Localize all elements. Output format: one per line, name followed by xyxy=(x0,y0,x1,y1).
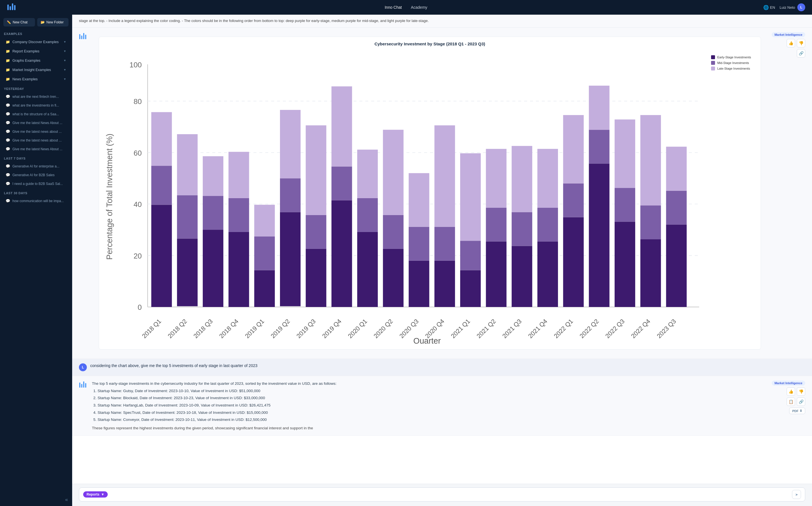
svg-rect-70 xyxy=(563,183,584,217)
chat-icon: 💬 xyxy=(6,181,10,186)
pdf-download-button[interactable]: PDF ⬇ xyxy=(789,408,805,414)
svg-text:60: 60 xyxy=(134,149,142,157)
svg-rect-29 xyxy=(203,156,223,196)
svg-rect-109 xyxy=(85,383,86,388)
svg-rect-61 xyxy=(486,208,506,242)
new-folder-button[interactable]: 📂 New Folder xyxy=(37,18,69,26)
sidebar-item-market-insight[interactable]: 📁 Market Insight Examples ▼ xyxy=(2,65,70,74)
chat-item-b2b-saas[interactable]: 💬 I need a guide to B2B SaaS Sal... xyxy=(2,180,70,188)
chart-title: Cybersecurity Investment by Stage (2018 … xyxy=(103,41,756,46)
chat-item-gen-enterprise[interactable]: 💬 Generative AI for enterprise a... xyxy=(2,162,70,170)
svg-rect-75 xyxy=(615,222,635,307)
svg-text:2020 Q2: 2020 Q2 xyxy=(372,318,394,340)
chat-item-investments-fi[interactable]: 💬 what are the investments in fi... xyxy=(2,101,70,109)
svg-rect-31 xyxy=(228,198,249,232)
svg-rect-108 xyxy=(83,382,84,388)
nav-academy[interactable]: Academy xyxy=(411,5,427,10)
nav-inno-chat[interactable]: Inno Chat xyxy=(385,5,402,10)
legend-early: Early-Stage Investments xyxy=(711,55,756,59)
user-message-block: L considering the chart above, give me t… xyxy=(72,359,812,376)
svg-text:2021 Q2: 2021 Q2 xyxy=(475,318,497,340)
svg-rect-27 xyxy=(203,230,223,307)
folder-icon: 📁 xyxy=(6,49,10,53)
svg-text:100: 100 xyxy=(130,60,142,69)
svg-rect-66 xyxy=(538,242,558,307)
svg-rect-55 xyxy=(434,227,455,260)
svg-rect-79 xyxy=(640,205,661,239)
chat-item-saas-structure[interactable]: 💬 what is the structure of a Saa... xyxy=(2,110,70,118)
svg-text:2019 Q4: 2019 Q4 xyxy=(321,318,343,340)
svg-text:2022 Q1: 2022 Q1 xyxy=(553,318,575,340)
main-content: stage at the top. - Include a legend exp… xyxy=(72,15,812,506)
chat-item-news-2[interactable]: 💬 Give me the latest news about ... xyxy=(2,128,70,136)
sidebar-item-report[interactable]: 📁 Report Examples ▼ xyxy=(2,47,70,56)
thumbs-up-button-2[interactable]: 👍 xyxy=(787,387,795,396)
svg-rect-47 xyxy=(357,150,378,198)
sidebar-item-company-discover[interactable]: 📁 Company Discover Examples ▼ xyxy=(2,37,70,46)
svg-rect-38 xyxy=(280,110,301,178)
chat-icon: 💬 xyxy=(6,164,10,168)
sidebar-item-news[interactable]: 📁 News Examples ▼ xyxy=(2,75,70,83)
legend-late: Late-Stage Investments xyxy=(711,67,756,71)
chart-actions: Market Intelligence 👍 👎 🔗 xyxy=(772,32,805,58)
chat-input[interactable] xyxy=(110,493,789,497)
svg-rect-46 xyxy=(357,198,378,232)
chat-icon: 💬 xyxy=(6,173,10,177)
svg-rect-58 xyxy=(460,241,481,270)
new-chat-button[interactable]: ✏️ New Chat xyxy=(3,18,35,26)
send-button[interactable]: ➤ xyxy=(792,490,801,499)
svg-rect-33 xyxy=(254,270,275,307)
svg-rect-57 xyxy=(460,270,481,307)
svg-rect-76 xyxy=(615,188,635,222)
svg-rect-44 xyxy=(332,86,352,166)
svg-rect-1 xyxy=(10,6,11,10)
legend-mid-color xyxy=(711,61,715,65)
collapse-sidebar-button[interactable]: « xyxy=(0,493,72,506)
sidebar: ✏️ New Chat 📂 New Folder Examples 📁 Comp… xyxy=(0,15,72,506)
share-button[interactable]: 🔗 xyxy=(797,49,805,58)
svg-rect-37 xyxy=(280,178,301,212)
share-button-2[interactable]: 🔗 xyxy=(797,398,805,406)
svg-text:2018 Q1: 2018 Q1 xyxy=(141,318,163,340)
sidebar-item-graphs[interactable]: 📁 Graphs Examples ▼ xyxy=(2,56,70,65)
svg-rect-5 xyxy=(81,35,82,39)
chat-item-news-4[interactable]: 💬 Give me the latest News About ... xyxy=(2,145,70,153)
reports-tag[interactable]: Reports ▼ xyxy=(83,491,108,498)
topbar: Inno Chat Academy 🌐 EN Luiz Neto L xyxy=(0,0,812,15)
thumbs-down-button[interactable]: 👎 xyxy=(797,39,805,48)
svg-rect-83 xyxy=(666,147,686,191)
thumbs-up-button[interactable]: 👍 xyxy=(787,39,795,48)
user-menu[interactable]: Luiz Neto L xyxy=(780,3,805,11)
chat-item-fintech[interactable]: 💬 what are the next fintech tren... xyxy=(2,92,70,101)
chat-item-communication[interactable]: 💬 how communication will be impa... xyxy=(2,197,70,205)
folder-icon: 📁 xyxy=(6,58,10,63)
list-item: Startup Name: HarfangLab, Date of Invest… xyxy=(97,402,768,409)
svg-rect-74 xyxy=(589,86,610,130)
svg-rect-81 xyxy=(666,225,686,307)
folder-icon: 📁 xyxy=(6,40,10,44)
svg-rect-6 xyxy=(83,33,84,39)
list-item: Startup Name: Blockaid, Date of Investme… xyxy=(97,395,768,401)
svg-rect-78 xyxy=(640,239,661,307)
chart-legend: Early-Stage Investments Mid-Stage Invest… xyxy=(711,50,756,345)
user-avatar: L xyxy=(79,363,87,371)
language-selector[interactable]: 🌐 EN xyxy=(763,5,775,10)
list-item: Startup Name: Conveyor, Date of Investme… xyxy=(97,417,768,423)
ai-response-actions: Market Intelligence 👍 👎 📋 🔗 PDF xyxy=(772,381,805,414)
chat-item-news-1[interactable]: 💬 Give me the latest News About ... xyxy=(2,119,70,127)
svg-text:2022 Q2: 2022 Q2 xyxy=(578,318,600,340)
svg-text:2021 Q1: 2021 Q1 xyxy=(450,318,471,340)
chat-item-news-3[interactable]: 💬 Give me the latest news about ... xyxy=(2,136,70,144)
copy-button[interactable]: 📋 xyxy=(787,398,795,406)
chat-icon: 💬 xyxy=(6,199,10,203)
sidebar-action-btns: ✏️ New Chat 📂 New Folder xyxy=(0,15,72,29)
chat-icon: 💬 xyxy=(6,112,10,116)
market-intelligence-badge: Market Intelligence xyxy=(772,32,805,37)
svg-rect-77 xyxy=(615,119,635,188)
svg-rect-69 xyxy=(563,217,584,307)
ai-response-block: The top 5 early-stage investments in the… xyxy=(72,376,812,436)
thumbs-down-button-2[interactable]: 👎 xyxy=(797,387,805,396)
chat-item-gen-b2b[interactable]: 💬 Generative AI for B2B Sales xyxy=(2,171,70,179)
svg-rect-25 xyxy=(177,195,197,239)
svg-rect-4 xyxy=(79,34,80,39)
